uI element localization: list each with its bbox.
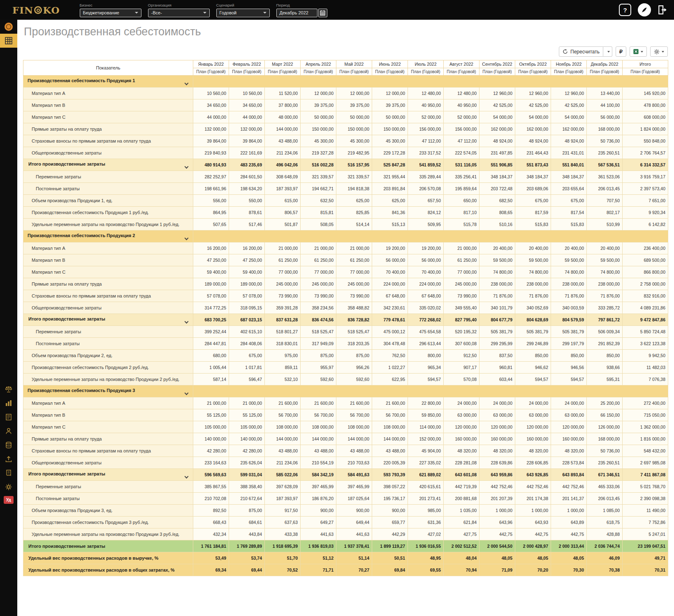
sidebar-item-invoices[interactable] <box>0 466 17 480</box>
value-cell: 348 184,37 <box>479 171 515 183</box>
chevron-down-icon[interactable] <box>185 81 189 85</box>
section-title[interactable]: Производственная себестоимость Продукция… <box>23 76 193 88</box>
value-cell: 7 076,38 <box>623 374 668 385</box>
business-select[interactable]: Бюджетирование <box>80 9 141 17</box>
table-row: Общепроизводственные затраты233 164,6323… <box>23 457 668 469</box>
value-cell: 108 000,00 <box>336 421 372 433</box>
section-header-row[interactable]: Производственная себестоимость Продукция… <box>23 385 668 397</box>
logo-text: KO <box>43 5 60 16</box>
organization-select[interactable]: -Все- <box>148 9 210 17</box>
value-cell: 69,44 <box>229 564 265 576</box>
section-title[interactable]: Производственная себестоимость Продукция… <box>23 231 193 242</box>
row-label: Страховые взносы по прямым затратам на о… <box>23 135 193 147</box>
section-title[interactable]: Производственная себестоимость Продукция… <box>23 385 193 397</box>
row-label: Страховые взносы по прямым затратам на о… <box>23 445 193 457</box>
value-cell: 77 000,00 <box>265 266 301 278</box>
table-row: Переменные затраты282 252,97284 601,5030… <box>23 171 668 183</box>
value-cell: 160 000,00 <box>479 433 515 445</box>
sidebar-item-upload[interactable] <box>0 452 17 466</box>
value-cell: 40 950,00 <box>444 99 479 111</box>
value-cell: 12 480,00 <box>444 88 479 99</box>
value-cell: 399 252,44 <box>193 326 229 338</box>
settings-button[interactable] <box>650 46 668 57</box>
period-input[interactable]: Декабрь 2022 <box>276 9 317 17</box>
chevron-down-icon[interactable] <box>185 236 189 240</box>
app-logo[interactable]: FINOKO <box>12 5 60 16</box>
sidebar-item-services[interactable] <box>0 480 17 494</box>
scenario-select[interactable]: Годовой <box>216 9 270 17</box>
value-cell: 348 184,37 <box>515 171 551 183</box>
section-header-row[interactable]: Производственная себестоимость Продукция… <box>23 231 668 242</box>
alert-badge[interactable]: Уд <box>4 496 14 504</box>
value-cell: 48,04 <box>444 552 479 564</box>
recalculate-button[interactable]: Пересчитать <box>559 46 603 57</box>
value-cell: 687 023,15 <box>229 314 265 326</box>
value-cell: 465 333,06 <box>587 481 623 493</box>
help-button[interactable]: ? <box>619 4 631 16</box>
section-header-row[interactable]: Производственная себестоимость Продукция… <box>23 76 668 88</box>
value-cell: 224 000,00 <box>408 278 444 290</box>
sidebar-item-scale[interactable] <box>0 382 17 396</box>
excel-export-button[interactable] <box>630 46 647 57</box>
chevron-down-icon[interactable] <box>185 165 189 169</box>
value-cell: 39 864,00 <box>229 135 265 147</box>
sidebar-item-clients[interactable] <box>0 424 17 438</box>
feather-button[interactable] <box>638 3 651 16</box>
value-cell: 515,83 <box>551 219 587 231</box>
value-cell: 47 250,00 <box>229 254 265 266</box>
value-cell: 71,71 <box>301 564 336 576</box>
value-cell: 308 648,09 <box>265 171 301 183</box>
value-cell: 643 959,86 <box>479 469 515 481</box>
row-label: Итого производственные затраты <box>23 540 193 552</box>
value-cell: 643,93 <box>515 517 551 528</box>
sidebar-item-tables[interactable] <box>0 34 17 48</box>
value-cell: 272 400,00 <box>623 397 668 409</box>
value-cell: 551 873,43 <box>515 159 551 171</box>
value-cell: 53,49 <box>193 552 229 564</box>
value-cell: 11 520,00 <box>265 88 301 99</box>
calendar-button[interactable] <box>318 9 327 17</box>
chevron-down-icon <box>203 12 206 14</box>
value-cell: 284 408,06 <box>229 338 265 350</box>
sidebar-item-analytics[interactable] <box>0 396 17 410</box>
value-cell: 2 697 985,08 <box>623 457 668 469</box>
value-cell: 222 161,69 <box>229 147 265 159</box>
chevron-down-icon[interactable] <box>185 391 189 395</box>
value-cell: 684,61 <box>229 517 265 528</box>
value-cell: 892,50 <box>193 505 229 517</box>
value-cell: 44 000,00 <box>193 111 229 123</box>
value-cell: 825,85 <box>336 207 372 219</box>
main-content: Производственная себестоимость Пересчита… <box>17 20 674 616</box>
row-label: Производственная себестоимость Продукция… <box>23 362 193 374</box>
value-cell: 45 300,00 <box>301 135 336 147</box>
calendar-icon <box>320 10 325 16</box>
sidebar-item-database[interactable] <box>0 438 17 452</box>
recalculate-dropdown-button[interactable] <box>603 46 612 57</box>
value-cell: 50 736,00 <box>587 135 623 147</box>
value-cell: 442 752,46 <box>515 481 551 493</box>
value-cell: 603,44 <box>479 374 515 385</box>
chevron-down-icon[interactable] <box>185 320 189 324</box>
chevron-down-icon <box>662 51 664 53</box>
chevron-down-icon[interactable] <box>185 475 189 479</box>
value-cell: 201 174,38 <box>515 493 551 505</box>
feather-icon <box>641 7 648 13</box>
value-cell: 211 234,06 <box>265 147 301 159</box>
value-cell: 2 036 744,74 <box>587 540 623 552</box>
value-cell: 43 488,00 <box>265 445 301 457</box>
sidebar-item-coins[interactable] <box>0 20 17 34</box>
row-label: Постоянные затраты <box>23 493 193 505</box>
value-cell: 2 758 000,00 <box>623 278 668 290</box>
value-cell: 875,00 <box>336 350 372 362</box>
value-cell: 715 050,00 <box>623 409 668 421</box>
currency-button[interactable]: ₽ <box>616 46 626 57</box>
value-cell: 16 200,00 <box>229 242 265 254</box>
value-cell: 210 702,08 <box>193 493 229 505</box>
table-row: Материал тип В47 250,0047 250,0061 250,0… <box>23 254 668 266</box>
value-cell: 48 320,00 <box>551 445 587 457</box>
logout-button[interactable] <box>658 5 667 15</box>
sidebar-item-reports[interactable] <box>0 410 17 424</box>
value-cell: 219 482,95 <box>336 147 372 159</box>
value-cell: 67 648,00 <box>372 290 408 302</box>
chevron-down-icon <box>135 12 138 14</box>
